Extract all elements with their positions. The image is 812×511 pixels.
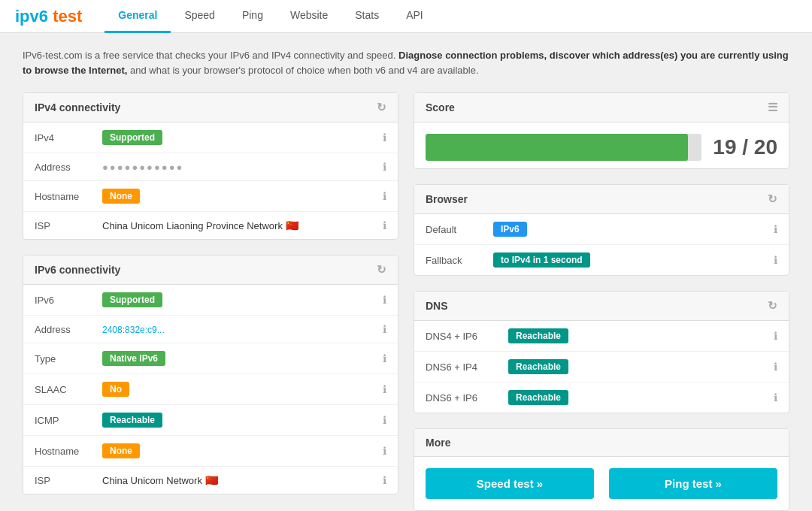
- main-content: IPv6-test.com is a free service that che…: [0, 33, 812, 511]
- dns4-ip6-badge: Reachable: [508, 328, 568, 343]
- ipv6-status-value: Supported: [102, 292, 377, 307]
- ipv4-supported-badge: Supported: [102, 130, 162, 145]
- ipv6-status-info-icon[interactable]: ℹ: [383, 294, 386, 306]
- right-column: Score ☰ 19 / 20 Browser ↻: [414, 92, 789, 511]
- dns6-ip6-info-icon[interactable]: ℹ: [774, 392, 777, 404]
- ipv4-card-header: IPv4 connectivity ↻: [23, 93, 398, 122]
- dns6-ip6-label: DNS6 + IP6: [426, 392, 508, 404]
- ipv4-address-info-icon[interactable]: ℹ: [383, 161, 386, 173]
- dns-row-dns6-ip4: DNS6 + IP4 Reachable ℹ: [414, 352, 789, 382]
- ipv6-row-status: IPv6 Supported ℹ: [23, 285, 398, 316]
- tab-stats[interactable]: Stats: [341, 0, 392, 33]
- ipv4-card-title: IPv4 connectivity: [35, 101, 120, 113]
- ipv6-type-label: Type: [35, 353, 102, 364]
- dns6-ip6-value: Reachable: [508, 390, 768, 405]
- ipv6-address-text: 2408:832e:c9...: [102, 325, 165, 335]
- intro-normal: IPv6-test.com is a free service that che…: [23, 50, 395, 61]
- browser-default-info-icon[interactable]: ℹ: [774, 223, 777, 235]
- dns-card-header: DNS ↻: [414, 292, 789, 321]
- browser-card-title: Browser: [426, 193, 468, 205]
- ipv6-icmp-info-icon[interactable]: ℹ: [383, 414, 386, 426]
- ipv6-card-body: IPv6 Supported ℹ Address 2408:832e:c9...…: [23, 285, 398, 494]
- ipv6-isp-value: China Unicom Network 🇨🇳: [102, 474, 377, 486]
- ipv6-isp-text: China Unicom Network: [102, 475, 202, 486]
- dns-card: DNS ↻ DNS4 + IP6 Reachable ℹ DNS6 + IP4: [414, 291, 789, 413]
- ipv6-icmp-badge: Reachable: [102, 413, 162, 428]
- browser-default-badge: IPv6: [493, 222, 527, 237]
- dns-card-title: DNS: [426, 300, 448, 312]
- ipv4-label: IPv4: [35, 132, 102, 144]
- dns4-ip6-value: Reachable: [508, 328, 768, 343]
- dns6-ip6-badge: Reachable: [508, 390, 568, 405]
- browser-row-fallback: Fallback to IPv4 in 1 second ℹ: [414, 245, 789, 275]
- ipv6-hostname-value: None: [102, 443, 377, 458]
- ipv6-slaac-label: SLAAC: [35, 384, 102, 395]
- score-menu-icon[interactable]: ☰: [768, 101, 777, 114]
- logo: ipv6 test: [15, 7, 82, 26]
- ipv6-row-hostname: Hostname None ℹ: [23, 436, 398, 467]
- more-card: More Speed test » Ping test »: [414, 428, 789, 511]
- score-bar-wrap: [426, 134, 701, 161]
- ipv6-flag: 🇨🇳: [205, 474, 218, 486]
- ipv4-status-value: Supported: [102, 130, 377, 145]
- logo-test: test: [48, 7, 82, 26]
- speed-test-button[interactable]: Speed test »: [426, 468, 594, 499]
- ipv6-isp-info-icon[interactable]: ℹ: [383, 474, 386, 486]
- dns-refresh-icon[interactable]: ↻: [768, 299, 777, 313]
- ipv6-row-type: Type Native IPv6 ℹ: [23, 343, 398, 374]
- ipv6-type-value: Native IPv6: [102, 351, 377, 366]
- ipv4-refresh-icon[interactable]: ↻: [377, 101, 386, 114]
- dns4-ip6-info-icon[interactable]: ℹ: [774, 330, 777, 342]
- ipv6-hostname-label: Hostname: [35, 446, 102, 457]
- ipv6-card-header: IPv6 connectivity ↻: [23, 256, 398, 285]
- ipv6-hostname-info-icon[interactable]: ℹ: [383, 445, 386, 457]
- browser-fallback-badge: to IPv4 in 1 second: [493, 252, 590, 268]
- tab-ping[interactable]: Ping: [229, 0, 277, 33]
- ipv6-icmp-value: Reachable: [102, 413, 377, 428]
- ipv6-slaac-info-icon[interactable]: ℹ: [383, 383, 386, 395]
- ipv6-row-address: Address 2408:832e:c9... ℹ: [23, 316, 398, 343]
- browser-fallback-value: to IPv4 in 1 second: [493, 252, 768, 268]
- ipv6-slaac-value: No: [102, 382, 377, 397]
- tab-general[interactable]: General: [105, 0, 171, 33]
- ipv4-card-body: IPv4 Supported ℹ Address ●●●●●●●●●●● ℹ: [23, 122, 398, 239]
- logo-ipv6: ipv6: [15, 7, 48, 26]
- ipv4-hostname-info-icon[interactable]: ℹ: [383, 190, 386, 202]
- ipv4-row-isp: ISP China Unicom Liaoning Province Netwo…: [23, 212, 398, 239]
- ipv6-card: IPv6 connectivity ↻ IPv6 Supported ℹ Add…: [23, 255, 398, 494]
- score-bar-fill: [426, 134, 688, 161]
- score-bar-container: 19 / 20: [414, 122, 789, 168]
- ipv4-row-hostname: Hostname None ℹ: [23, 181, 398, 212]
- ipv4-hostname-label: Hostname: [35, 191, 102, 202]
- ipv6-type-info-icon[interactable]: ℹ: [383, 352, 386, 364]
- ipv4-address-value: ●●●●●●●●●●●: [102, 162, 377, 173]
- browser-default-label: Default: [426, 224, 493, 235]
- ping-test-button[interactable]: Ping test »: [609, 468, 777, 499]
- ipv6-icmp-label: ICMP: [35, 415, 102, 426]
- ipv6-refresh-icon[interactable]: ↻: [377, 263, 386, 277]
- tab-speed[interactable]: Speed: [171, 0, 228, 33]
- ipv4-isp-info-icon[interactable]: ℹ: [383, 219, 386, 231]
- ipv6-row-icmp: ICMP Reachable ℹ: [23, 405, 398, 436]
- score-card-header: Score ☰: [414, 93, 789, 122]
- nav-tabs: General Speed Ping Website Stats API: [105, 0, 436, 33]
- ipv6-address-info-icon[interactable]: ℹ: [383, 323, 386, 335]
- tab-api[interactable]: API: [392, 0, 437, 33]
- browser-refresh-icon[interactable]: ↻: [768, 192, 777, 206]
- browser-fallback-info-icon[interactable]: ℹ: [774, 254, 777, 266]
- ipv4-address-masked: ●●●●●●●●●●●: [102, 162, 183, 173]
- ipv6-card-title: IPv6 connectivity: [35, 264, 120, 276]
- tab-website[interactable]: Website: [277, 0, 341, 33]
- ipv4-card: IPv4 connectivity ↻ IPv4 Supported ℹ Add…: [23, 92, 398, 240]
- score-card: Score ☰ 19 / 20: [414, 92, 789, 169]
- ipv6-isp-label: ISP: [35, 475, 102, 486]
- dns-card-body: DNS4 + IP6 Reachable ℹ DNS6 + IP4 Reacha…: [414, 321, 789, 413]
- ipv4-info-icon[interactable]: ℹ: [383, 132, 386, 144]
- score-card-title: Score: [426, 101, 455, 113]
- ipv6-type-badge: Native IPv6: [102, 351, 165, 366]
- dns6-ip4-info-icon[interactable]: ℹ: [774, 361, 777, 373]
- ipv6-row-isp: ISP China Unicom Network 🇨🇳 ℹ: [23, 467, 398, 494]
- browser-card-header: Browser ↻: [414, 185, 789, 214]
- dns6-ip4-badge: Reachable: [508, 359, 568, 374]
- ipv4-row-status: IPv4 Supported ℹ: [23, 122, 398, 153]
